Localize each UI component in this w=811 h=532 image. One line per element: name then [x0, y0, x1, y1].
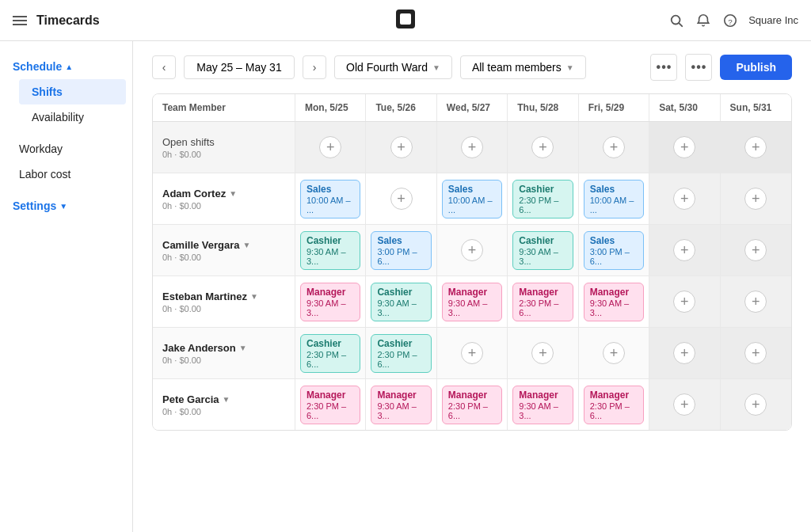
camille-add-sat[interactable]: + [673, 239, 695, 261]
camille-tue: Sales3:00 PM – 6... [366, 225, 436, 276]
next-week-button[interactable]: › [303, 55, 326, 79]
more-options-button-1[interactable]: ••• [650, 54, 677, 81]
sidebar-item-schedule[interactable]: Schedule ▲ [0, 54, 132, 79]
jake-mon-shift[interactable]: Cashier2:30 PM – 6... [300, 334, 360, 373]
col-header-tue: Tue, 5/26 [366, 94, 436, 121]
row-pete-garcia: Pete Garcia ▼ 0h · $0.00 Manager2:30 PM … [153, 379, 791, 430]
jake-tue-shift[interactable]: Cashier2:30 PM – 6... [371, 334, 431, 373]
sidebar-item-shifts[interactable]: Shifts [19, 79, 126, 104]
esteban-add-sun[interactable]: + [744, 291, 767, 313]
adam-fri-shift[interactable]: Sales10:00 AM – ... [584, 180, 644, 218]
open-add-tue[interactable]: + [390, 136, 413, 158]
prev-week-button[interactable]: ‹ [152, 55, 176, 79]
open-add-wed[interactable]: + [461, 136, 483, 158]
pete-add-sat[interactable]: + [673, 393, 695, 416]
member-name-jake[interactable]: Jake Anderson ▼ [162, 342, 285, 354]
main-layout: Schedule ▲ Shifts Availability Workday L… [0, 41, 811, 532]
app-container: Timecards ? Square Inc Schedul [0, 0, 811, 532]
pete-wed-shift[interactable]: Manager2:30 PM – 6... [442, 386, 502, 424]
svg-text:?: ? [728, 17, 733, 25]
col-header-sat: Sat, 5/30 [649, 94, 720, 121]
workday-label: Workday [19, 142, 63, 155]
member-hours-adam: 0h · $0.00 [162, 201, 285, 211]
sidebar-item-workday[interactable]: Workday [6, 136, 126, 162]
esteban-mon-shift[interactable]: Manager9:30 AM – 3... [300, 283, 360, 321]
pete-sat: + [649, 379, 720, 430]
camille-add-wed[interactable]: + [461, 239, 483, 261]
pete-add-sun[interactable]: + [744, 393, 767, 416]
camille-mon: Cashier9:30 AM – 3... [295, 225, 366, 276]
team-filter-dropdown[interactable]: All team members ▼ [460, 55, 586, 79]
help-icon[interactable]: ? [722, 12, 739, 29]
adam-add-tue[interactable]: + [390, 188, 413, 210]
camille-fri-shift[interactable]: Sales3:00 PM – 6... [584, 231, 644, 270]
jake-add-wed[interactable]: + [461, 342, 483, 364]
more-options-button-2[interactable]: ••• [685, 54, 712, 81]
svg-rect-1 [400, 13, 411, 25]
row-esteban-martinez: Esteban Martinez ▼ 0h · $0.00 Manager9:3… [153, 276, 791, 328]
location-label: Old Fourth Ward [346, 61, 428, 74]
adam-add-sun[interactable]: + [744, 188, 767, 210]
member-cell-jake: Jake Anderson ▼ 0h · $0.00 [153, 328, 295, 378]
menu-icon[interactable] [13, 16, 27, 25]
adam-add-sat[interactable]: + [673, 188, 695, 210]
jake-add-fri[interactable]: + [603, 342, 625, 364]
nav-logo [394, 8, 417, 32]
camille-add-sun[interactable]: + [744, 239, 767, 261]
member-name-pete[interactable]: Pete Garcia ▼ [162, 393, 285, 405]
col-header-sun: Sun, 5/31 [721, 94, 791, 121]
pete-fri-shift[interactable]: Manager2:30 PM – 6... [584, 386, 644, 424]
member-name-esteban[interactable]: Esteban Martinez ▼ [162, 291, 285, 302]
settings-label: Settings [13, 200, 56, 212]
location-dropdown[interactable]: Old Fourth Ward ▼ [334, 55, 452, 79]
pete-sun: + [721, 379, 791, 430]
pete-thu-shift[interactable]: Manager9:30 AM – 3... [512, 386, 573, 424]
camille-sat: + [649, 225, 720, 276]
open-add-thu[interactable]: + [531, 136, 554, 158]
pete-tue: Manager9:30 AM – 3... [366, 379, 436, 430]
jake-add-thu[interactable]: + [531, 342, 554, 364]
camille-mon-shift[interactable]: Cashier9:30 AM – 3... [300, 231, 360, 270]
nav-user: Square Inc [748, 14, 798, 26]
sidebar-item-availability[interactable]: Availability [19, 104, 126, 130]
camille-tue-shift[interactable]: Sales3:00 PM – 6... [371, 231, 431, 270]
col-header-thu: Thu, 5/28 [508, 94, 578, 121]
jake-add-sat[interactable]: + [673, 342, 695, 364]
esteban-add-sat[interactable]: + [673, 291, 695, 313]
sidebar-item-settings[interactable]: Settings ▼ [0, 193, 132, 218]
adam-thu-shift[interactable]: Cashier2:30 PM – 6... [512, 180, 573, 218]
open-add-sun[interactable]: + [744, 136, 767, 158]
jake-add-sun[interactable]: + [744, 342, 767, 364]
esteban-thu-shift[interactable]: Manager2:30 PM – 6... [512, 283, 573, 321]
open-shifts-wed: + [437, 122, 508, 173]
open-add-fri[interactable]: + [603, 136, 625, 158]
open-add-mon[interactable]: + [319, 136, 341, 158]
sidebar-item-labor-cost[interactable]: Labor cost [6, 162, 126, 187]
member-cell-adam: Adam Cortez ▼ 0h · $0.00 [153, 173, 295, 224]
member-name-camille[interactable]: Camille Vergara ▼ [162, 239, 285, 251]
pete-mon-shift[interactable]: Manager2:30 PM – 6... [300, 386, 360, 424]
member-name-adam[interactable]: Adam Cortez ▼ [162, 188, 285, 200]
search-icon[interactable] [668, 12, 685, 29]
esteban-fri-shift[interactable]: Manager9:30 AM – 3... [584, 283, 644, 321]
esteban-sat: + [649, 276, 720, 327]
open-add-sat[interactable]: + [673, 136, 695, 158]
row-jake-anderson: Jake Anderson ▼ 0h · $0.00 Cashier2:30 P… [153, 328, 791, 379]
esteban-tue: Cashier9:30 AM – 3... [366, 276, 436, 327]
settings-caret: ▼ [59, 202, 67, 211]
pete-mon: Manager2:30 PM – 6... [295, 379, 366, 430]
publish-button[interactable]: Publish [720, 55, 792, 80]
bell-icon[interactable] [695, 12, 712, 29]
row-camille-vergara: Camille Vergara ▼ 0h · $0.00 Cashier9:30… [153, 225, 791, 276]
labor-cost-label: Labor cost [19, 168, 70, 180]
esteban-tue-shift[interactable]: Cashier9:30 AM – 3... [371, 283, 431, 321]
adam-wed-shift[interactable]: Sales10:00 AM – ... [442, 180, 502, 218]
adam-mon-shift[interactable]: Sales10:00 AM – ... [300, 180, 360, 218]
esteban-thu: Manager2:30 PM – 6... [508, 276, 578, 327]
pete-tue-shift[interactable]: Manager9:30 AM – 3... [371, 386, 431, 424]
camille-thu-shift[interactable]: Cashier9:30 AM – 3... [512, 231, 573, 270]
jake-thu: + [508, 328, 578, 378]
esteban-wed-shift[interactable]: Manager9:30 AM – 3... [442, 283, 502, 321]
col-header-mon: Mon, 5/25 [295, 94, 366, 121]
date-range-button[interactable]: May 25 – May 31 [184, 55, 295, 79]
